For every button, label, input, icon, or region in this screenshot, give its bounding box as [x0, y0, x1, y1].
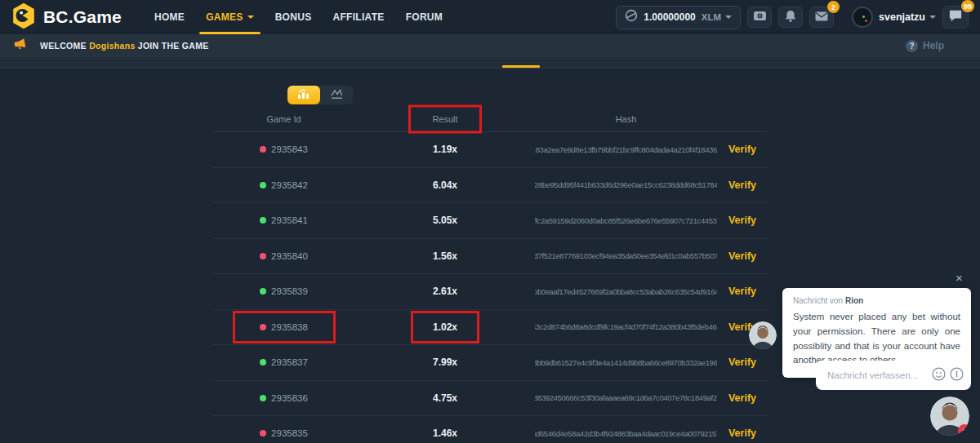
result-status-dot — [260, 359, 266, 365]
verify-button[interactable]: Verify — [728, 250, 756, 262]
result-value: 1.19x — [433, 144, 457, 155]
help-button[interactable]: ? Help — [906, 40, 944, 52]
brand-name: BC.Game — [43, 7, 122, 27]
user-avatar — [852, 7, 873, 28]
bcgame-logo-icon — [11, 2, 36, 33]
coin-xlm-icon — [625, 9, 638, 25]
username: svenjatzu — [879, 11, 925, 23]
hash-value: 348bb9db61527e4c9f3e4a1414d9b8ba66ce8970… — [535, 358, 717, 367]
game-id-value: 2935835 — [271, 428, 308, 438]
welcome-banner: WELCOME Dogishans JOIN THE GAME ? Help — [0, 34, 980, 57]
message-sender-name: Rion — [845, 296, 863, 305]
table-row: 2935839 2.61x a1bb0eaaf17ed4527669f2a0bb… — [212, 274, 768, 310]
unread-count-badge: 1 — [958, 424, 969, 436]
game-id-value: 2935840 — [271, 251, 308, 261]
nav-item-games[interactable]: GAMES — [206, 11, 254, 23]
hash-value: 743c2d874b6d8a8dcdf9fc19acf4d70f74f12a38… — [535, 322, 717, 331]
nav-item-forum[interactable]: FORUM — [406, 11, 443, 23]
chevron-down-icon — [247, 16, 254, 19]
bell-icon — [785, 10, 796, 25]
trend-chart-toggle[interactable] — [320, 86, 353, 104]
wallet-button[interactable] — [747, 7, 772, 28]
result-value: 7.99x — [433, 357, 457, 368]
balance-amount: 1.00000000 — [644, 11, 695, 23]
hash-value: 5183a2ea7e9d8e13fb79bbf21bc9ffc804dada4a… — [535, 145, 717, 154]
result-value: 1.02x — [433, 321, 457, 333]
result-value: 1.46x — [433, 427, 457, 439]
table-row: 2935841 5.05x 6bffc2a59159d2060d0abc85f5… — [212, 203, 768, 239]
chat-badge: 99 — [961, 0, 974, 12]
info-icon[interactable] — [950, 367, 964, 384]
bar-chart-toggle[interactable] — [287, 86, 320, 104]
table-row: 2935836 4.75x 8988392450666c53f30afaaaea… — [212, 381, 768, 417]
brand-logo[interactable]: BC.Game — [11, 2, 122, 33]
hash-value: a1bb0eaaf17ed4527669f2a0bba8cc53abab26c6… — [535, 287, 717, 296]
verify-button[interactable]: Verify — [728, 144, 756, 155]
game-id-value: 2935841 — [271, 215, 308, 225]
table-row: 2935837 7.99x 348bb9db61527e4c9f3e4a1414… — [212, 345, 768, 381]
verify-button[interactable]: Verify — [728, 427, 756, 439]
hash-value: 8988392450666c53f30afaaaea69c1d6a7c0407e… — [535, 393, 717, 402]
result-status-dot — [260, 146, 266, 153]
balance-selector[interactable]: 1.00000000 XLM — [616, 6, 741, 29]
result-status-dot — [260, 288, 266, 295]
welcome-prefix: WELCOME — [40, 41, 87, 51]
welcome-suffix: JOIN THE GAME — [138, 41, 209, 51]
result-status-dot — [260, 395, 266, 401]
message-text: System never placed any bet without your… — [793, 310, 960, 368]
nav-item-affiliate[interactable]: AFFILIATE — [333, 11, 385, 23]
chevron-down-icon — [929, 16, 936, 19]
game-id-value: 2935836 — [271, 393, 308, 403]
verify-button[interactable]: Verify — [728, 357, 756, 368]
table-row: 2935835 1.46x 9e4d6546d4e58a42d3b4f92488… — [212, 416, 768, 443]
topbar: BC.Game HOME GAMES BONUS AFFILIATE FORUM… — [0, 0, 980, 34]
balance-currency: XLM — [702, 12, 721, 22]
trend-chart-icon — [331, 88, 343, 103]
sender-avatar — [749, 321, 777, 349]
mail-icon — [815, 10, 828, 24]
nav-item-home[interactable]: HOME — [154, 11, 185, 23]
nav-item-bonus[interactable]: BONUS — [275, 11, 312, 23]
user-menu[interactable]: svenjatzu — [852, 7, 936, 28]
game-id-value: 2935843 — [271, 144, 308, 154]
table-row: 2935838 1.02x 743c2d874b6d8a8dcdf9fc19ac… — [212, 310, 768, 346]
verify-button[interactable]: Verify — [728, 286, 756, 297]
hash-value: ddd7f521e87769103ecf94ea35da50ee354efd1c… — [535, 251, 717, 260]
result-status-dot — [260, 182, 266, 188]
verify-button[interactable]: Verify — [728, 392, 756, 404]
topbar-right: 1.00000000 XLM — [616, 6, 969, 29]
table-header-row: Game Id Result Hash — [212, 106, 768, 132]
chat-input-container — [816, 361, 971, 390]
game-id-value: 2935837 — [271, 357, 308, 367]
bar-chart-icon — [297, 88, 310, 103]
verify-button[interactable]: Verify — [728, 179, 756, 191]
close-icon[interactable]: × — [956, 272, 963, 284]
header-result: Result — [355, 114, 535, 124]
result-status-dot — [260, 324, 266, 330]
table-body: 2935843 1.19x 5183a2ea7e9d8e13fb79bbf21b… — [212, 132, 768, 443]
header-game-id: Game Id — [212, 114, 355, 124]
chat-contact-avatar[interactable]: 1 — [930, 396, 969, 436]
result-value: 4.75x — [433, 392, 457, 404]
chevron-down-icon — [725, 16, 732, 19]
chat-message-input[interactable] — [826, 370, 932, 381]
main-nav: HOME GAMES BONUS AFFILIATE FORUM — [154, 11, 443, 23]
hash-value: 7028be95dd95f441b633d6d296e0ae15cc6238dd… — [535, 180, 717, 189]
messages-button[interactable]: 2 — [809, 7, 834, 28]
verify-button[interactable]: Verify — [728, 215, 756, 226]
header-hash: Hash — [535, 114, 717, 124]
chat-bubble-icon — [948, 9, 963, 25]
notifications-button[interactable] — [778, 7, 803, 28]
table-row: 2935840 1.56x ddd7f521e87769103ecf94ea35… — [212, 239, 768, 275]
game-id-value: 2935842 — [271, 180, 308, 190]
history-view-toggle — [287, 86, 353, 104]
result-status-dot — [260, 217, 266, 224]
message-from-label: Nachricht von — [793, 296, 843, 305]
game-id-value: 2935839 — [271, 286, 308, 296]
mail-badge: 2 — [827, 1, 840, 13]
hash-value: 9e4d6546d4e58a42d3b4f924883baa4daac019ce… — [535, 429, 717, 438]
chat-toggle-button[interactable]: 99 — [942, 6, 969, 29]
panel-collapse-handle[interactable] — [502, 65, 540, 68]
emoji-icon[interactable] — [932, 367, 946, 384]
megaphone-icon — [13, 38, 27, 54]
